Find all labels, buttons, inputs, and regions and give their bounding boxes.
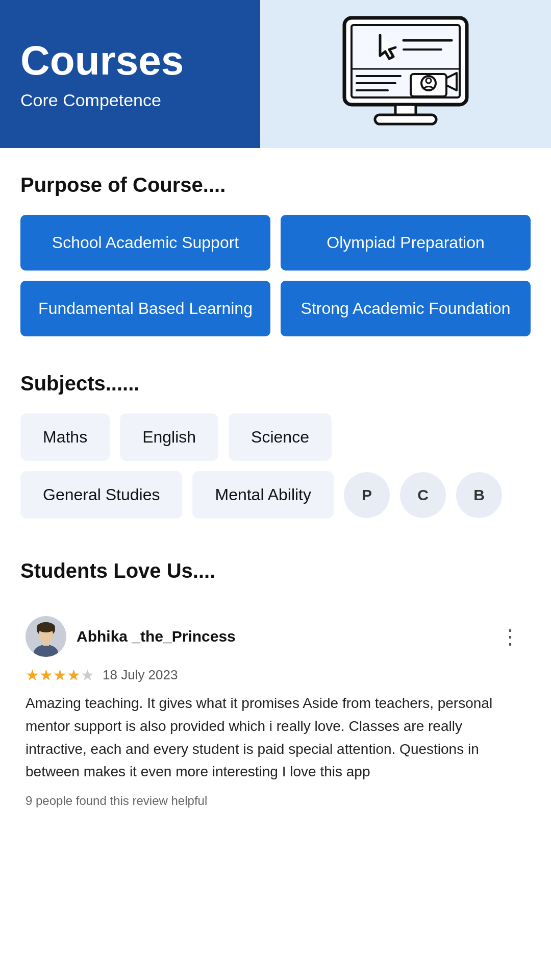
students-section: Students Love Us....	[20, 559, 531, 818]
badge-p[interactable]: P	[344, 472, 390, 518]
purpose-btn-strong-academic-foundation[interactable]: Strong Academic Foundation	[281, 281, 531, 336]
subjects-section-title: Subjects......	[20, 372, 531, 395]
purpose-section: Purpose of Course.... School Academic Su…	[20, 174, 531, 336]
review-user-info: Abhika _the_Princess	[26, 616, 236, 657]
svg-point-17	[37, 622, 55, 632]
badge-b[interactable]: B	[456, 472, 502, 518]
subject-mental-ability[interactable]: Mental Ability	[192, 471, 334, 519]
svg-rect-13	[375, 115, 436, 124]
page-subtitle: Core Competence	[20, 90, 240, 110]
subject-english[interactable]: English	[120, 413, 218, 461]
subject-science[interactable]: Science	[229, 413, 332, 461]
students-section-title: Students Love Us....	[20, 559, 531, 582]
header: Courses Core Competence	[0, 0, 551, 148]
avatar	[26, 616, 66, 657]
monitor-icon	[334, 13, 477, 135]
review-meta: ★★★★★ 18 July 2023	[26, 666, 525, 684]
svg-point-8	[426, 78, 431, 83]
main-content: Purpose of Course.... School Academic Su…	[0, 148, 551, 859]
purpose-btn-school-academic-support[interactable]: School Academic Support	[20, 215, 270, 271]
subject-maths[interactable]: Maths	[20, 413, 110, 461]
purpose-grid: School Academic Support Olympiad Prepara…	[20, 215, 531, 336]
subjects-section: Subjects...... Maths English Science Gen…	[20, 372, 531, 519]
subject-general-studies[interactable]: General Studies	[20, 471, 182, 519]
reviewer-username: Abhika _the_Princess	[77, 628, 236, 645]
badge-c[interactable]: C	[400, 472, 446, 518]
subjects-row-1: Maths English Science	[20, 413, 531, 461]
review-header: Abhika _the_Princess ⋮	[26, 616, 525, 657]
purpose-btn-olympiad-preparation[interactable]: Olympiad Preparation	[281, 215, 531, 271]
review-stars: ★★★★★	[26, 666, 94, 684]
avatar-image	[26, 616, 66, 657]
review-helpful-count: 9 people found this review helpful	[26, 794, 525, 808]
subjects-row-2: General Studies Mental Ability P C B	[20, 471, 531, 519]
page-title: Courses	[20, 38, 240, 83]
purpose-btn-fundamental-based-learning[interactable]: Fundamental Based Learning	[20, 281, 270, 336]
purpose-section-title: Purpose of Course....	[20, 174, 531, 197]
review-card: Abhika _the_Princess ⋮ ★★★★★ 18 July 202…	[20, 601, 531, 818]
more-options-icon[interactable]: ⋮	[496, 624, 525, 649]
review-date: 18 July 2023	[103, 667, 178, 683]
svg-rect-19	[43, 641, 49, 646]
header-illustration	[260, 0, 551, 148]
review-text: Amazing teaching. It gives what it promi…	[26, 692, 525, 783]
header-left: Courses Core Competence	[0, 0, 260, 148]
